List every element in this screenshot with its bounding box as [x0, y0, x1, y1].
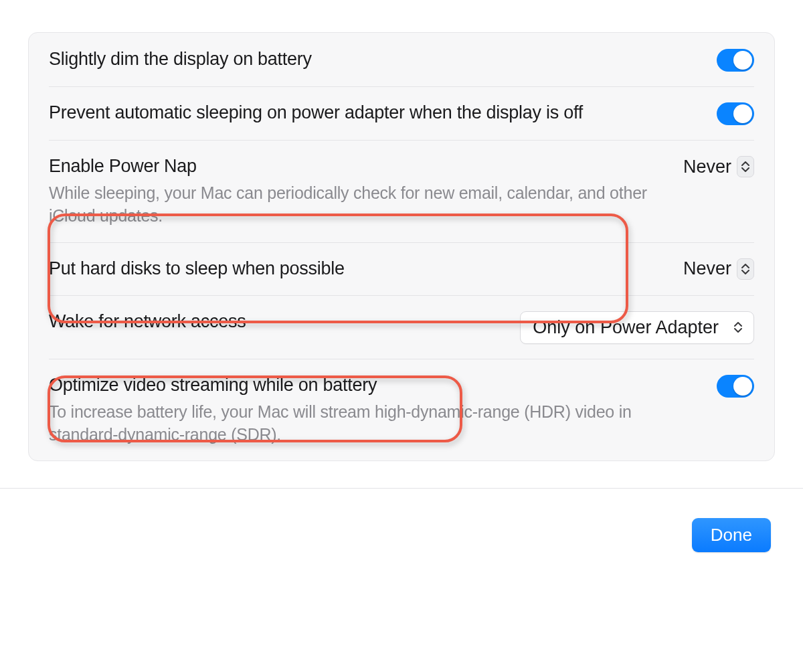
- row-power-nap: Enable Power Nap While sleeping, your Ma…: [29, 140, 774, 242]
- wake-network-title: Wake for network access: [49, 310, 504, 333]
- footer: Done: [0, 489, 803, 552]
- power-nap-value: Never: [683, 157, 731, 177]
- optimize-video-toggle[interactable]: [717, 375, 754, 398]
- prevent-sleep-title: Prevent automatic sleeping on power adap…: [49, 101, 701, 124]
- stepper-icon: [737, 258, 754, 280]
- wake-network-value: Only on Power Adapter: [533, 317, 719, 338]
- optimize-video-desc: To increase battery life, your Mac will …: [49, 401, 701, 446]
- power-nap-desc: While sleeping, your Mac can periodicall…: [49, 182, 667, 228]
- wake-network-dropdown[interactable]: Only on Power Adapter: [520, 311, 754, 344]
- row-dim-display: Slightly dim the display on battery: [29, 33, 774, 86]
- row-hard-disks: Put hard disks to sleep when possible Ne…: [29, 242, 774, 295]
- hard-disks-popup[interactable]: Never: [683, 258, 754, 280]
- chevron-updown-icon: [732, 321, 744, 333]
- row-prevent-sleep: Prevent automatic sleeping on power adap…: [29, 86, 774, 140]
- hard-disks-title: Put hard disks to sleep when possible: [49, 257, 667, 280]
- hard-disks-value: Never: [683, 258, 731, 279]
- optimize-video-title: Optimize video streaming while on batter…: [49, 373, 701, 397]
- prevent-sleep-toggle[interactable]: [717, 102, 754, 125]
- done-button[interactable]: Done: [692, 518, 771, 552]
- dim-display-title: Slightly dim the display on battery: [49, 48, 701, 71]
- row-optimize-video: Optimize video streaming while on batter…: [29, 359, 774, 461]
- stepper-icon: [737, 156, 754, 177]
- settings-panel: Slightly dim the display on battery Prev…: [28, 32, 775, 461]
- dim-display-toggle[interactable]: [717, 49, 754, 72]
- power-nap-title: Enable Power Nap: [49, 155, 667, 178]
- row-wake-network: Wake for network access Only on Power Ad…: [29, 295, 774, 359]
- power-nap-popup[interactable]: Never: [683, 156, 754, 177]
